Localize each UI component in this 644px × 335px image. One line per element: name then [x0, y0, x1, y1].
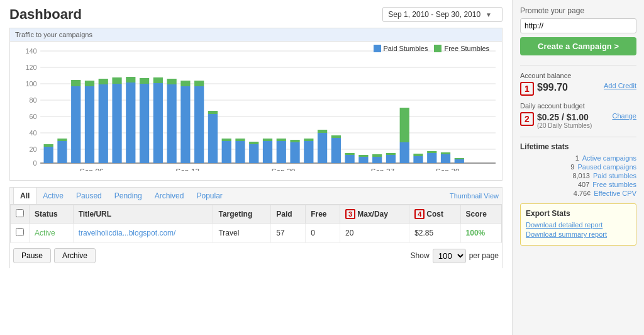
svg-rect-63 [358, 155, 368, 157]
stat-cpv-value: 4.76¢ [574, 190, 591, 197]
svg-rect-50 [277, 141, 286, 163]
svg-rect-46 [249, 144, 258, 163]
export-section: Export Stats Download detailed report Do… [520, 203, 636, 246]
stat-free-label: Free stumbles [592, 181, 636, 188]
stat-active-campaigns: 1 Active campaigns [520, 154, 636, 162]
svg-rect-61 [345, 153, 355, 155]
svg-rect-45 [235, 139, 245, 141]
svg-text:Sep 06: Sep 06 [80, 168, 104, 171]
daily-budget-section: Daily account budget 2 $0.25 / $1.00 Cha… [520, 102, 636, 129]
campaign-url-link[interactable]: travelholicdia...blogspot.com/ [79, 229, 176, 237]
select-all-checkbox[interactable] [16, 209, 24, 217]
svg-rect-29 [126, 77, 135, 82]
thumbnail-view-link[interactable]: Thumbnail View [450, 192, 499, 200]
svg-rect-31 [140, 78, 149, 84]
row-checkbox[interactable] [16, 228, 24, 236]
chart-legend: Paid Stumbles Free Stumbles [374, 45, 489, 52]
svg-rect-23 [85, 81, 94, 86]
per-page-label: per page [469, 251, 499, 260]
row-targeting: Travel [213, 224, 271, 243]
account-balance-section: Account balance 1 $99.70 Add Credit [520, 65, 636, 96]
svg-rect-70 [413, 156, 423, 163]
lifetime-stats-title: Lifetime stats [520, 142, 636, 151]
row-cost: $2.85 [409, 224, 460, 243]
row-free: 0 [306, 224, 340, 243]
promote-title: Promote your page [520, 6, 636, 15]
table-header: Status Title/URL Targeting Paid Free 3Ma… [11, 205, 502, 224]
page-title: Dashboard [9, 6, 82, 23]
svg-rect-75 [441, 152, 450, 154]
svg-rect-57 [318, 130, 327, 133]
change-budget-link[interactable]: Change [612, 112, 636, 120]
svg-rect-44 [235, 141, 245, 163]
svg-rect-24 [99, 84, 108, 163]
legend-free: Free Stumbles [434, 45, 489, 52]
tab-archived[interactable]: Archived [148, 188, 191, 204]
stat-paid-stumbles: 8,013 Paid stumbles [520, 172, 636, 179]
add-credit-link[interactable]: Add Credit [604, 82, 636, 89]
svg-rect-47 [249, 142, 258, 144]
svg-rect-71 [413, 154, 423, 156]
svg-rect-25 [99, 79, 108, 84]
svg-rect-58 [331, 138, 341, 163]
chart-wrapper: Paid Stumbles Free Stumbles [10, 42, 502, 180]
svg-rect-74 [441, 154, 450, 163]
balance-row: 1 $99.70 Add Credit [520, 82, 636, 96]
date-range-text: Sep 1, 2010 - Sep 30, 2010 [388, 10, 480, 19]
tab-active[interactable]: Active [36, 188, 70, 204]
stat-paused-value: 9 [570, 163, 574, 171]
svg-rect-22 [85, 86, 94, 163]
create-campaign-button[interactable]: Create a Campaign > [520, 37, 636, 55]
tab-paused[interactable]: Paused [70, 188, 108, 204]
svg-rect-68 [400, 142, 409, 163]
table-header-row: Status Title/URL Targeting Paid Free 3Ma… [11, 205, 502, 224]
promote-url-input[interactable] [520, 18, 636, 33]
row-status: Active [30, 224, 74, 243]
chart-label: Traffic to your campaigns [10, 28, 502, 42]
main-content: Dashboard Sep 1, 2010 - Sep 30, 2010 ▼ T… [0, 0, 512, 335]
per-page-control: Show 100 50 25 per page [411, 249, 499, 263]
archive-button[interactable]: Archive [54, 248, 96, 263]
svg-rect-56 [318, 133, 327, 163]
chart-section: Traffic to your campaigns Paid Stumbles … [9, 28, 502, 181]
stat-paused-label: Paused campaigns [577, 163, 636, 171]
stat-paid-value: 8,013 [572, 172, 590, 179]
svg-rect-28 [126, 82, 135, 163]
chart-svg: 140 120 100 80 60 40 20 0 [16, 45, 496, 171]
table-row: Active travelholicdia...blogspot.com/ Tr… [11, 224, 502, 243]
show-label: Show [411, 251, 430, 260]
svg-rect-77 [455, 158, 464, 159]
date-range-selector[interactable]: Sep 1, 2010 - Sep 30, 2010 ▼ [382, 7, 502, 22]
svg-text:80: 80 [30, 97, 37, 104]
account-balance-title: Account balance [520, 72, 636, 79]
row-url: travelholicdia...blogspot.com/ [73, 224, 213, 243]
col-paid: Paid [271, 205, 306, 224]
row-score: 100% [460, 224, 501, 243]
svg-rect-17 [44, 144, 53, 147]
tab-popular[interactable]: Popular [190, 188, 228, 204]
action-buttons: Pause Archive [13, 248, 96, 263]
daily-budget-title: Daily account budget [520, 102, 636, 110]
promote-section: Promote your page Create a Campaign > [520, 6, 636, 55]
stat-cpv-label: Effective CPV [594, 190, 636, 197]
select-all-checkbox-header[interactable] [11, 205, 30, 224]
row-checkbox-cell[interactable] [11, 224, 30, 243]
svg-rect-20 [71, 86, 80, 163]
svg-text:60: 60 [30, 113, 37, 120]
balance-amount: $99.70 [537, 82, 568, 93]
pause-button[interactable]: Pause [13, 248, 51, 263]
svg-text:20: 20 [30, 146, 37, 153]
svg-text:Sep 30: Sep 30 [436, 168, 460, 171]
tab-pending[interactable]: Pending [108, 188, 148, 204]
legend-free-label: Free Stumbles [444, 45, 489, 52]
row-paid: 57 [271, 224, 306, 243]
badge-1: 1 [520, 82, 534, 96]
svg-rect-73 [427, 151, 436, 153]
svg-rect-33 [153, 77, 163, 83]
export-title: Export Stats [526, 209, 631, 218]
download-summary-link[interactable]: Download summary report [526, 230, 631, 238]
download-detailed-link[interactable]: Download detailed report [526, 221, 631, 229]
svg-rect-48 [263, 141, 272, 163]
tab-all[interactable]: All [13, 187, 36, 204]
per-page-select[interactable]: 100 50 25 [433, 249, 466, 263]
